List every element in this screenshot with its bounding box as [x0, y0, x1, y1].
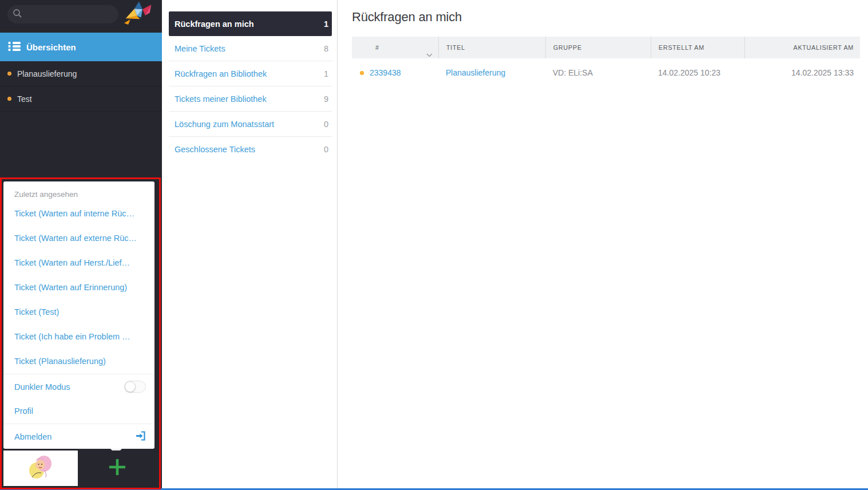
sidebar-item-test[interactable]: Test: [0, 86, 162, 112]
search-icon: [13, 9, 22, 21]
logout-menu-item[interactable]: Abmelden: [3, 424, 154, 449]
state-open-icon: [7, 72, 11, 76]
zammad-logo: [124, 1, 153, 31]
recently-viewed-heading: Zuletzt angesehen: [3, 181, 154, 201]
sidebar-item-planauslieferung[interactable]: Planauslieferung: [0, 61, 162, 86]
overview-label: Löschung zum Monatsstart: [175, 120, 274, 129]
sort-chevron-down-icon[interactable]: [426, 44, 433, 66]
new-ticket-button[interactable]: [78, 451, 156, 486]
overviews-list-icon: [8, 41, 21, 53]
overview-count: 8: [324, 44, 328, 53]
overview-list: Rückfragen an mich 1 Meine Tickets 8 Rüc…: [169, 11, 332, 162]
recent-ticket-link[interactable]: Ticket (Warten auf interne Rüc…: [3, 201, 154, 226]
overview-item-tickets-meiner-bibliothek[interactable]: Tickets meiner Bibliothek 9: [169, 86, 332, 112]
logout-label: Abmelden: [14, 432, 51, 441]
column-header-gruppe[interactable]: GRUPPE: [545, 37, 651, 58]
sidebar-item-label: Planauslieferung: [17, 69, 77, 78]
overview-count: 1: [324, 69, 328, 78]
sidebar-topbar: [0, 0, 162, 30]
sidebar-item-label: Übersichten: [26, 42, 76, 52]
user-avatar-button[interactable]: [3, 451, 78, 486]
recent-ticket-link[interactable]: Ticket (Ich habe ein Problem …: [3, 325, 154, 349]
overview-item-geschlossene-tickets[interactable]: Geschlossene Tickets 0: [169, 137, 332, 162]
dark-mode-menu-item[interactable]: Dunkler Modus: [3, 374, 154, 399]
user-menu-popup: Zuletzt angesehen Ticket (Warten auf int…: [3, 181, 154, 449]
recent-ticket-link[interactable]: Ticket (Warten auf Herst./Lief…: [3, 251, 154, 275]
ticket-title-link[interactable]: Planauslieferung: [438, 68, 545, 77]
dark-mode-toggle[interactable]: [124, 381, 146, 393]
page-title: Rückfragen an mich: [352, 10, 859, 25]
overview-item-meine-tickets[interactable]: Meine Tickets 8: [169, 36, 332, 61]
dark-mode-label: Dunkler Modus: [14, 382, 70, 392]
column-header-aktualisiert-am[interactable]: AKTUALISIERT AM: [744, 37, 860, 58]
ticket-updated-cell: 14.02.2025 13:33: [744, 68, 860, 77]
overview-label: Rückfragen an Bibliothek: [175, 69, 267, 78]
recent-ticket-link[interactable]: Ticket (Test): [3, 300, 154, 325]
overview-item-rueckfragen-an-bibliothek[interactable]: Rückfragen an Bibliothek 1: [169, 61, 332, 86]
overview-label: Geschlossene Tickets: [175, 145, 255, 154]
ticket-table: # TITEL GRUPPE ERSTELLT AM AKTUALISIERT …: [352, 37, 860, 87]
annotation-highlight-box: Zuletzt angesehen Ticket (Warten auf int…: [0, 177, 161, 489]
overview-label: Tickets meiner Bibliothek: [175, 94, 267, 104]
sidebar-item-label: Test: [17, 94, 32, 104]
overview-list-panel: Rückfragen an mich 1 Meine Tickets 8 Rüc…: [162, 0, 338, 490]
toggle-knob: [125, 381, 136, 392]
recent-ticket-link[interactable]: Ticket (Warten auf externe Rüc…: [3, 226, 154, 251]
table-header-row: # TITEL GRUPPE ERSTELLT AM AKTUALISIERT …: [352, 37, 860, 58]
ticket-group-cell: VD: ELi:SA: [545, 68, 651, 77]
overview-count: 0: [324, 120, 328, 129]
ticket-created-cell: 14.02.2025 10:23: [651, 68, 744, 77]
ticket-state-open-icon: [360, 71, 364, 75]
plus-icon: [108, 457, 127, 479]
column-header-titel[interactable]: TITEL: [438, 37, 545, 58]
overview-count: 0: [324, 145, 328, 154]
overview-label: Rückfragen an mich: [175, 19, 254, 29]
recent-ticket-link[interactable]: Ticket (Planauslieferung): [3, 349, 154, 374]
overview-count: 1: [324, 19, 328, 29]
overview-item-rueckfragen-an-mich[interactable]: Rückfragen an mich 1: [169, 11, 332, 36]
column-header-number[interactable]: #: [352, 37, 438, 58]
overview-label: Meine Tickets: [175, 44, 225, 53]
column-header-erstellt-am[interactable]: ERSTELLT AM: [651, 37, 744, 58]
ticket-number-cell: 2339438: [352, 68, 438, 77]
user-avatar: [25, 453, 56, 483]
state-open-icon: [7, 97, 11, 101]
sidebar-item-uebersichten[interactable]: Übersichten: [0, 33, 162, 61]
search-input[interactable]: [26, 10, 112, 19]
ticket-number-link[interactable]: 2339438: [370, 68, 401, 77]
search-box[interactable]: [7, 5, 118, 23]
taskbar-bottom: [3, 451, 156, 486]
main-content: Rückfragen an mich # TITEL GRUPPE ERSTEL…: [338, 0, 868, 490]
overview-item-loeschung-zum-monatsstart[interactable]: Löschung zum Monatsstart 0: [169, 112, 332, 137]
recent-ticket-link[interactable]: Ticket (Warten auf Erinnerung): [3, 275, 154, 300]
overview-count: 9: [324, 94, 328, 104]
logout-icon: [135, 430, 146, 443]
profile-menu-item[interactable]: Profil: [3, 399, 154, 424]
sidebar-nav: Übersichten Planauslieferung Test: [0, 33, 162, 112]
